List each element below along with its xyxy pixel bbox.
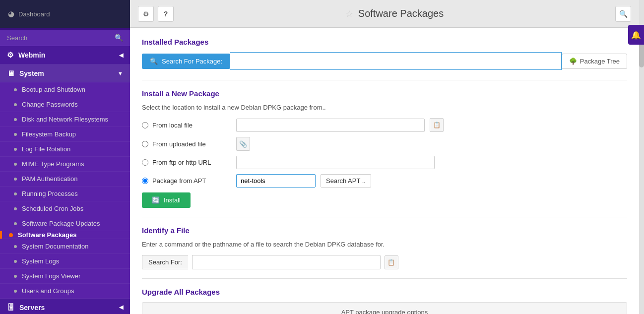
- search-apt-button[interactable]: Search APT ..: [321, 174, 371, 188]
- sidebar-item-cron-jobs-label: Scheduled Cron Jobs: [22, 205, 83, 212]
- sidebar: Webmin 🔍 ⚙ Webmin ◀ 🖥 System ▼ Bootup an…: [0, 0, 130, 314]
- local-file-input[interactable]: [236, 119, 425, 132]
- from-url-row: From ftp or http URL: [142, 156, 627, 169]
- help-button[interactable]: ?: [158, 6, 174, 22]
- local-file-copy-button[interactable]: 📋: [430, 118, 444, 132]
- sidebar-item-system-docs[interactable]: System Documentation: [0, 239, 130, 254]
- sidebar-item-running-processes-label: Running Processes: [22, 190, 78, 197]
- sidebar-search-icon[interactable]: 🔍: [115, 34, 123, 42]
- sidebar-item-filesystem-backup[interactable]: Filesystem Backup: [0, 127, 130, 142]
- apt-package-input[interactable]: [236, 174, 316, 188]
- sidebar-search-input[interactable]: [7, 34, 115, 42]
- from-apt-label[interactable]: Package from APT: [142, 177, 231, 185]
- sidebar-item-software-packages[interactable]: Software Packages: [0, 231, 130, 239]
- sidebar-item-system-logs-label: System Logs: [22, 257, 59, 265]
- sidebar-item-software-packages-label: Software Packages: [18, 231, 77, 239]
- sidebar-item-users-groups[interactable]: Users and Groups: [0, 284, 130, 299]
- webmin-arrow-icon: ◀: [119, 52, 123, 59]
- servers-arrow-icon: ◀: [119, 304, 123, 311]
- sidebar-item-running-processes[interactable]: Running Processes: [0, 187, 130, 201]
- dot-icon: [14, 148, 17, 151]
- dot-icon: [14, 245, 17, 248]
- system-arrow-icon: ▼: [118, 70, 123, 76]
- from-apt-row: Package from APT Search APT ..: [142, 174, 627, 188]
- main-topbar: ◕ Dashboard ⚙ ? ☆ Software Packages 🔍: [130, 0, 639, 28]
- sidebar-section-system-label: System: [19, 69, 44, 77]
- search-for-input[interactable]: [192, 255, 381, 269]
- upgrade-all-title: Upgrade All Packages: [142, 288, 627, 296]
- from-url-label[interactable]: From ftp or http URL: [142, 159, 231, 166]
- search-package-input[interactable]: [230, 52, 562, 70]
- active-indicator: [0, 231, 2, 239]
- sidebar-item-system-logs-viewer[interactable]: System Logs Viewer: [0, 269, 130, 284]
- dot-icon: [14, 207, 17, 210]
- installed-packages-row: 🔍 Search For Package: 🌳 Package Tree: [142, 52, 627, 70]
- from-url-text: From ftp or http URL: [152, 159, 211, 166]
- search-package-btn-label: Search For Package:: [162, 58, 222, 65]
- install-new-title: Install a New Package: [142, 89, 627, 98]
- dot-icon: [9, 233, 13, 237]
- settings-button[interactable]: ⚙: [138, 6, 154, 22]
- servers-icon: 🗄: [7, 303, 14, 312]
- identify-file-title: Identify a File: [142, 226, 627, 235]
- dot-icon: [14, 118, 17, 121]
- sidebar-item-mime-type-label: MIME Type Programs: [22, 160, 84, 168]
- sidebar-item-pam-auth-label: PAM Authentication: [22, 175, 78, 183]
- sidebar-item-software-updates[interactable]: Software Package Updates: [0, 216, 130, 231]
- sidebar-item-system-logs[interactable]: System Logs: [0, 254, 130, 269]
- notification-bell-button[interactable]: 🔔: [628, 25, 644, 45]
- install-icon: 🔄: [152, 196, 160, 204]
- from-url-radio[interactable]: [142, 159, 148, 166]
- sidebar-search-container[interactable]: 🔍: [0, 30, 130, 46]
- dot-icon: [14, 133, 17, 136]
- from-apt-radio[interactable]: [142, 178, 148, 184]
- help-icon: ?: [164, 10, 168, 18]
- sidebar-section-webmin-label: Webmin: [18, 51, 45, 59]
- upload-file-button[interactable]: 📎: [236, 137, 250, 151]
- search-for-label: Search For:: [142, 255, 188, 269]
- attach-icon: 📎: [239, 140, 247, 148]
- dot-icon: [14, 178, 17, 181]
- sidebar-section-system[interactable]: 🖥 System ▼: [0, 64, 130, 82]
- from-apt-text: Package from APT: [152, 177, 206, 185]
- sidebar-item-users-groups-label: Users and Groups: [22, 287, 74, 295]
- dot-icon: [14, 88, 17, 91]
- sidebar-item-mime-type[interactable]: MIME Type Programs: [0, 157, 130, 172]
- sidebar-item-change-passwords-label: Change Passwords: [22, 101, 78, 108]
- sidebar-section-servers[interactable]: 🗄 Servers ◀: [0, 299, 130, 314]
- dot-icon: [14, 275, 17, 278]
- sidebar-item-disk-filesystems-label: Disk and Network Filesystems: [22, 116, 108, 123]
- package-tree-button[interactable]: 🌳 Package Tree: [562, 54, 627, 69]
- sidebar-item-disk-filesystems[interactable]: Disk and Network Filesystems: [0, 112, 130, 127]
- topbar-search-icon: 🔍: [619, 10, 628, 18]
- topbar-search-button[interactable]: 🔍: [615, 6, 631, 22]
- from-uploaded-file-radio[interactable]: [142, 141, 148, 147]
- sidebar-item-log-rotation[interactable]: Log File Rotation: [0, 142, 130, 157]
- page-title-text: Software Packages: [358, 8, 444, 19]
- from-uploaded-file-text: From uploaded file: [152, 140, 206, 148]
- sidebar-section-webmin[interactable]: ⚙ Webmin ◀: [0, 46, 130, 64]
- search-icon: 🔍: [150, 58, 158, 65]
- sidebar-item-filesystem-backup-label: Filesystem Backup: [22, 130, 76, 138]
- sidebar-item-pam-auth[interactable]: PAM Authentication: [0, 172, 130, 187]
- favorite-star-icon[interactable]: ☆: [345, 8, 353, 19]
- from-uploaded-file-label[interactable]: From uploaded file: [142, 140, 231, 148]
- dot-icon: [14, 163, 17, 166]
- installed-packages-title: Installed Packages: [142, 38, 627, 46]
- sidebar-item-system-docs-label: System Documentation: [22, 243, 88, 250]
- package-tree-icon: 🌳: [569, 58, 577, 65]
- search-package-row: 🔍 Search For Package:: [142, 52, 562, 70]
- sidebar-item-change-passwords[interactable]: Change Passwords: [0, 97, 130, 112]
- scrollbar-track[interactable]: [639, 0, 644, 314]
- url-input[interactable]: [236, 156, 435, 169]
- from-local-file-radio[interactable]: [142, 122, 148, 128]
- divider-1: [142, 80, 627, 80]
- install-button[interactable]: 🔄 Install: [142, 192, 191, 208]
- sidebar-system-items: Bootup and Shutdown Change Passwords Dis…: [0, 82, 130, 299]
- search-package-button[interactable]: 🔍 Search For Package:: [142, 54, 230, 69]
- sidebar-item-cron-jobs[interactable]: Scheduled Cron Jobs: [0, 201, 130, 216]
- sidebar-item-bootup[interactable]: Bootup and Shutdown: [0, 82, 130, 97]
- install-btn-label: Install: [164, 196, 181, 204]
- search-for-copy-button[interactable]: 📋: [385, 255, 398, 269]
- from-local-file-label[interactable]: From local file: [142, 122, 231, 129]
